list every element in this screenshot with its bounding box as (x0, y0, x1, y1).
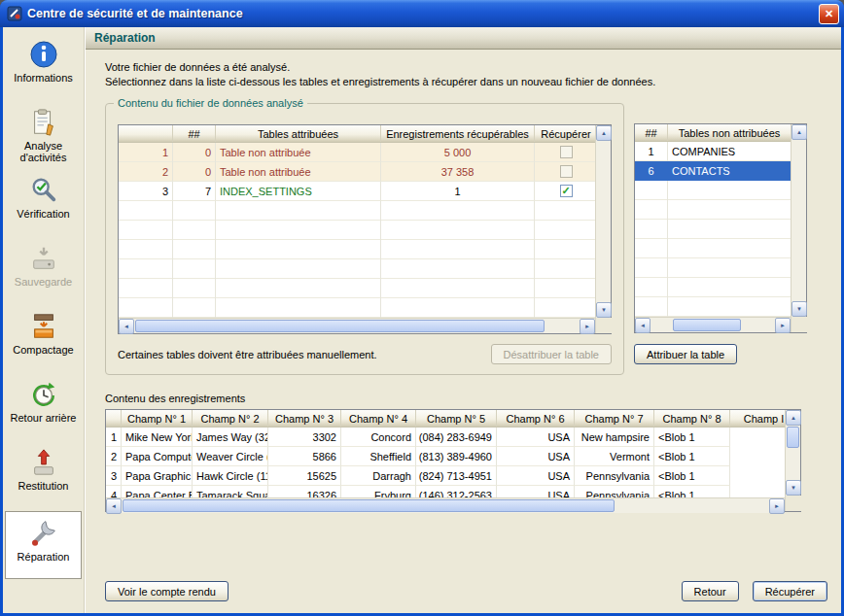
sidebar-item-analyse-activites[interactable]: Analyse d'activités (3, 103, 84, 171)
column-header-champ-7[interactable]: Champ N° 7 (575, 410, 654, 427)
scrollbar-track[interactable] (596, 141, 611, 302)
scroll-left-button[interactable]: ◄ (635, 318, 651, 333)
scroll-right-button[interactable]: ► (775, 318, 791, 333)
column-header-tables-attribuees[interactable]: Tables attribuées (216, 125, 381, 142)
vertical-scrollbar[interactable]: ▲ ▼ (596, 125, 611, 318)
scroll-down-button[interactable]: ▼ (596, 302, 612, 318)
scrollbar-track[interactable] (791, 140, 806, 301)
horizontal-scrollbar[interactable]: ◄ ► (106, 497, 785, 513)
scroll-up-button[interactable]: ▲ (786, 410, 801, 426)
record-row[interactable]: 1 Mike New York S James Way (32 3302 Con… (106, 428, 785, 447)
table-name: Table non attribuée (216, 143, 381, 162)
field-6: USA (497, 447, 575, 466)
field-7: New hampsire (575, 428, 654, 447)
field-2: Tamarack Squar (193, 486, 268, 497)
record-row[interactable]: 4 Papa Center Bu Tamarack Squar 16326 Fr… (106, 486, 785, 497)
scroll-down-button[interactable]: ▼ (786, 480, 801, 496)
arrow-down-icon: ▼ (791, 485, 796, 491)
column-header-blank[interactable] (119, 125, 173, 142)
back-button[interactable]: Retour (682, 581, 739, 601)
scroll-left-button[interactable]: ◄ (106, 498, 122, 514)
scroll-right-button[interactable]: ► (580, 319, 595, 334)
column-header-champ-6[interactable]: Champ N° 6 (497, 410, 575, 427)
horizontal-scrollbar[interactable]: ◄ ► (119, 318, 595, 333)
sidebar-item-informations[interactable]: Informations (3, 35, 84, 103)
table-row-selected[interactable]: 6 CONTACTS (635, 161, 791, 181)
scrollbar-thumb[interactable] (123, 499, 615, 512)
recover-checkbox[interactable] (560, 146, 573, 158)
records-section-title: Contenu des enregistrements (105, 393, 827, 404)
scroll-right-button[interactable]: ► (769, 498, 785, 514)
table-row[interactable]: 2 0 Table non attribuée 37 358 (119, 162, 595, 182)
unassign-table-button[interactable]: Désattribuer la table (491, 344, 612, 364)
field-3: 16326 (268, 486, 341, 497)
column-header-tables-non-attribuees[interactable]: Tables non attribuées (668, 124, 791, 141)
scrollbar-thumb[interactable] (787, 427, 799, 448)
field-5: (824) 713-4951 (416, 466, 497, 486)
recover-button[interactable]: Récupérer (753, 581, 827, 601)
column-header-champ-2[interactable]: Champ N° 2 (193, 410, 268, 427)
sidebar-item-verification[interactable]: Vérification (3, 171, 84, 239)
record-number: 3 (106, 466, 122, 486)
sidebar-item-label: Vérification (17, 208, 69, 220)
scrollbar-track[interactable] (786, 426, 800, 480)
field-6: USA (497, 486, 575, 497)
scrollbar-corner (791, 317, 807, 332)
close-button[interactable]: ✕ (819, 4, 839, 24)
repair-icon (28, 517, 59, 548)
scrollbar-track[interactable] (651, 318, 775, 332)
sidebar-item-label: Réparation (18, 551, 70, 563)
view-report-button[interactable]: Voir le compte rendu (105, 581, 229, 601)
sidebar: Informations Analyse d'activités (3, 27, 85, 613)
table-row[interactable]: 1 COMPANIES (635, 142, 791, 161)
sidebar-item-retour-arriere[interactable]: Retour arrière (3, 375, 84, 443)
activity-analysis-icon (29, 108, 58, 137)
record-row[interactable]: 3 Papa Graphic Cr Hawk Circle (11: 15625… (106, 466, 785, 486)
intro-text: Votre fichier de données a été analysé. … (105, 61, 827, 90)
sidebar-item-reparation[interactable]: Réparation (5, 511, 82, 579)
column-header-enregistrements[interactable]: Enregistrements récupérables (381, 125, 535, 142)
unattributed-panel: ## Tables non attribuées 1 COMPANIES (634, 123, 807, 364)
table-row[interactable]: 1 0 Table non attribuée 5 000 (119, 143, 595, 162)
recover-checkbox[interactable] (560, 165, 573, 178)
column-header-champ-5[interactable]: Champ N° 5 (416, 410, 497, 427)
column-header-id[interactable]: ## (635, 124, 668, 141)
scrollbar-thumb[interactable] (673, 319, 741, 331)
title-bar[interactable]: Centre de sécurité et de maintenance ✕ (0, 0, 844, 27)
record-row[interactable]: 2 Papa Computer Weaver Circle ( 5866 She… (106, 447, 785, 466)
column-header-champ-4[interactable]: Champ N° 4 (341, 410, 416, 427)
scroll-left-button[interactable]: ◄ (119, 319, 134, 334)
arrow-right-icon: ► (774, 503, 780, 509)
table-id: 7 (173, 182, 216, 201)
field-1: Papa Center Bu (122, 486, 193, 497)
field-4: Concord (341, 428, 416, 447)
scroll-up-button[interactable]: ▲ (596, 125, 612, 141)
column-header-champ-3[interactable]: Champ N° 3 (268, 410, 341, 427)
sidebar-item-restitution[interactable]: Restitution (3, 443, 84, 511)
sidebar-item-sauvegarde[interactable]: Sauvegarde (3, 239, 84, 307)
table-row[interactable]: 3 7 INDEX_SETTINGS 1 ✓ (119, 182, 595, 201)
arrow-down-icon: ▼ (796, 306, 802, 312)
scroll-up-button[interactable]: ▲ (791, 124, 807, 140)
scrollbar-track[interactable] (134, 319, 580, 333)
arrow-left-icon: ◄ (640, 323, 646, 328)
column-header-blank[interactable] (106, 410, 122, 427)
vertical-scrollbar[interactable]: ▲ ▼ (786, 410, 800, 496)
column-header-id[interactable]: ## (173, 125, 216, 142)
column-header-champ-1[interactable]: Champ N° 1 (122, 410, 193, 427)
recover-checkbox[interactable]: ✓ (560, 185, 573, 197)
assign-table-button[interactable]: Attribuer la table (634, 344, 737, 364)
check-icon: ✓ (561, 185, 570, 197)
scroll-down-button[interactable]: ▼ (791, 301, 807, 317)
column-header-recuperer[interactable]: Récupérer (535, 125, 597, 142)
recover-cell (535, 143, 595, 162)
column-header-champ-8[interactable]: Champ N° 8 (654, 410, 730, 427)
maintenance-window: Centre de sécurité et de maintenance ✕ I… (0, 0, 844, 616)
horizontal-scrollbar[interactable]: ◄ ► (635, 317, 791, 332)
scrollbar-track[interactable] (122, 498, 769, 513)
scrollbar-thumb[interactable] (135, 320, 545, 332)
field-1: Papa Graphic Cr (122, 466, 193, 486)
record-number: 1 (106, 428, 122, 447)
vertical-scrollbar[interactable]: ▲ ▼ (791, 124, 806, 317)
sidebar-item-compactage[interactable]: Compactage (3, 307, 84, 375)
